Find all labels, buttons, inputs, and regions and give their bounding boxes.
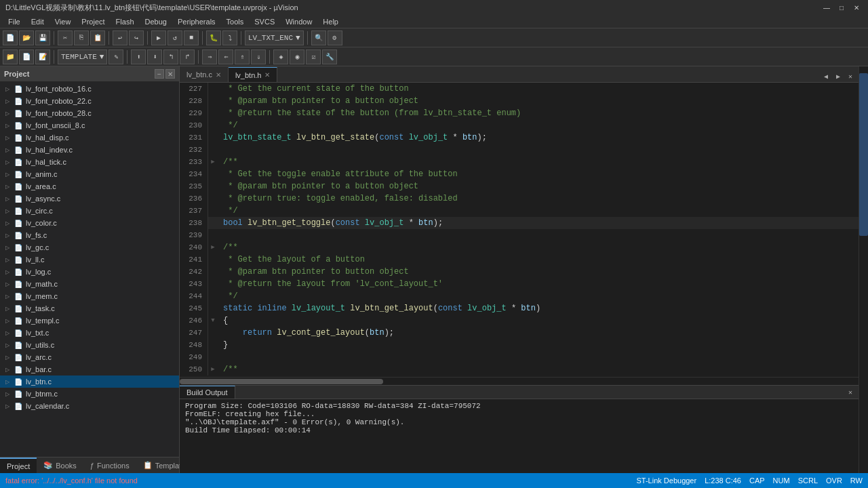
code-line-229[interactable]: 229 * @return the state of the button (f… [180,107,859,119]
sidebar-item-lv_math-c[interactable]: ▷ 📄 lv_math.c [0,278,179,290]
menu-edit[interactable]: Edit [26,15,50,28]
menu-debug[interactable]: Debug [140,15,172,28]
find-btn[interactable]: 🔍 [311,30,326,45]
code-line-248[interactable]: 248} [180,339,859,351]
code-line-241[interactable]: 241 * Get the layout of a button [180,253,859,266]
debug-btn[interactable]: 🐛 [206,30,221,45]
sidebar-item-lv_btnm-c[interactable]: ▷ 📄 lv_btnm.c [0,388,179,400]
sidebar-item-lv_bar-c[interactable]: ▷ 📄 lv_bar.c [0,363,179,375]
code-editor[interactable]: 227 * Get the current state of the butto… [180,83,859,377]
sidebar-item-lv_font_roboto_22-c[interactable]: ▷ 📄 lv_font_roboto_22.c [0,95,179,107]
tab-lv-btn-c-close[interactable]: ✕ [216,71,221,79]
step-btn[interactable]: ⤵ [222,30,237,45]
sidebar-item-lv_fs-c[interactable]: ▷ 📄 lv_fs.c [0,229,179,241]
tb2-btn13[interactable]: ◈ [273,49,288,64]
code-line-228[interactable]: 228 * @param btn pointer to a button obj… [180,95,859,107]
code-line-227[interactable]: 227 * Get the current state of the butto… [180,83,859,95]
sidebar-item-lv_utils-c[interactable]: ▷ 📄 lv_utils.c [0,339,179,351]
code-line-247[interactable]: 247 return lv_cont_get_layout(btn); [180,327,859,339]
code-line-233[interactable]: 233▶/** [180,156,859,168]
sidebar-item-lv_txt-c[interactable]: ▷ 📄 lv_txt.c [0,327,179,339]
tab-lv-btn-c[interactable]: lv_btn.c ✕ [180,67,229,82]
code-line-242[interactable]: 242 * @param btn pointer to button objec… [180,266,859,278]
tb2-btn11[interactable]: ⇑ [235,49,250,64]
code-line-232[interactable]: 232 [180,144,859,156]
tb2-btn3[interactable]: 📝 [35,49,50,64]
paste-btn[interactable]: 📋 [90,30,105,45]
code-line-231[interactable]: 231lv_btn_state_t lv_btn_get_state(const… [180,131,859,144]
copy-btn[interactable]: ⎘ [74,30,89,45]
code-line-238[interactable]: 238bool lv_btn_get_toggle(const lv_obj_t… [180,217,859,229]
tab-scroll-left[interactable]: ◀ [821,71,831,82]
tb2-btn1[interactable]: 📁 [3,49,18,64]
build-btn[interactable]: ▶ [151,30,166,45]
sidebar-item-lv_ll-c[interactable]: ▷ 📄 lv_ll.c [0,253,179,266]
code-line-234[interactable]: 234 * Get the toggle enable attribute of… [180,168,859,180]
sidebar-item-lv_font_roboto_28-c[interactable]: ▷ 📄 lv_font_roboto_28.c [0,107,179,119]
sidebar-item-lv_templ-c[interactable]: ▷ 📄 lv_templ.c [0,314,179,327]
close-button[interactable]: ✕ [850,2,863,13]
template-dropdown[interactable]: TEMPLATE ▼ [58,49,107,64]
menu-tools[interactable]: Tools [221,15,250,28]
sidebar-item-lv_font_unscii_8-c[interactable]: ▷ 📄 lv_font_unscii_8.c [0,119,179,131]
sidebar-item-lv_area-c[interactable]: ▷ 📄 lv_area.c [0,180,179,192]
sidebar-tab-project[interactable]: Project [0,458,37,473]
bottom-tab-build-output[interactable]: Build Output [180,386,235,399]
sidebar-item-lv_hal_disp-c[interactable]: ▷ 📄 lv_hal_disp.c [0,131,179,144]
sidebar-collapse-btn[interactable]: − [155,69,164,79]
code-line-237[interactable]: 237 */ [180,205,859,217]
code-line-240[interactable]: 240▶/** [180,241,859,253]
h-scroll-track[interactable] [180,379,859,384]
code-line-250[interactable]: 250▶/** [180,363,859,375]
sidebar-item-lv_hal_indev-c[interactable]: ▷ 📄 lv_hal_indev.c [0,144,179,156]
sidebar-item-lv_task-c[interactable]: ▷ 📄 lv_task.c [0,302,179,314]
sidebar-item-lv_arc-c[interactable]: ▷ 📄 lv_arc.c [0,351,179,363]
tb2-btn2[interactable]: 📄 [19,49,34,64]
tb2-btn12[interactable]: ⇓ [251,49,266,64]
h-scroll-thumb[interactable] [180,379,383,384]
stop-btn[interactable]: ■ [184,30,199,45]
fold-indicator-240[interactable]: ▶ [208,241,218,253]
tb2-btn9[interactable]: ⇒ [202,49,217,64]
code-line-246[interactable]: 246▼{ [180,314,859,327]
menu-view[interactable]: View [50,15,77,28]
sidebar-item-lv_gc-c[interactable]: ▷ 📄 lv_gc.c [0,241,179,253]
code-line-245[interactable]: 245static inline lv_layout_t lv_btn_get_… [180,302,859,314]
cut-btn[interactable]: ✂ [58,30,73,45]
maximize-button[interactable]: □ [835,2,848,13]
code-line-243[interactable]: 243 * @return the layout from 'lv_cont_l… [180,278,859,290]
tb2-btn8[interactable]: ↱ [180,49,195,64]
code-line-236[interactable]: 236 * @return true: toggle enabled, fals… [180,192,859,205]
save-btn[interactable]: 💾 [35,30,50,45]
redo-btn[interactable]: ↪ [129,30,144,45]
menu-project[interactable]: Project [76,15,110,28]
menu-window[interactable]: Window [280,15,317,28]
new-file-btn[interactable]: 📄 [3,30,18,45]
sidebar-item-lv_calendar-c[interactable]: ▷ 📄 lv_calendar.c [0,400,179,412]
code-line-235[interactable]: 235 * @param btn pointer to a button obj… [180,180,859,192]
rebuild-btn[interactable]: ↺ [167,30,182,45]
tb2-btn6[interactable]: ⬇ [147,49,162,64]
sidebar-item-lv_btn-c[interactable]: ▷ 📄 lv_btn.c [0,375,179,388]
sidebar-close-btn[interactable]: ✕ [165,69,175,79]
menu-help[interactable]: Help [317,15,344,28]
tb2-btn4[interactable]: ✎ [108,49,123,64]
menu-peripherals[interactable]: Peripherals [172,15,221,28]
tb2-btn5[interactable]: ⬆ [131,49,146,64]
undo-btn[interactable]: ↩ [113,30,127,45]
tab-close-all[interactable]: ✕ [845,71,856,82]
sidebar-tab-books[interactable]: 📚 Books [37,458,83,473]
menu-file[interactable]: File [3,15,26,28]
sidebar-item-lv_anim-c[interactable]: ▷ 📄 lv_anim.c [0,168,179,180]
code-line-244[interactable]: 244 */ [180,290,859,302]
tb2-btn16[interactable]: 🔧 [322,49,337,64]
sidebar-item-lv_circ-c[interactable]: ▷ 📄 lv_circ.c [0,205,179,217]
tab-scroll-right[interactable]: ▶ [833,71,844,82]
code-line-230[interactable]: 230 */ [180,119,859,131]
menu-flash[interactable]: Flash [111,15,140,28]
menu-svcs[interactable]: SVCS [249,15,280,28]
sidebar-item-lv_log-c[interactable]: ▷ 📄 lv_log.c [0,266,179,278]
settings-btn[interactable]: ⚙ [328,30,342,45]
sidebar-item-lv_hal_tick-c[interactable]: ▷ 📄 lv_hal_tick.c [0,156,179,168]
code-line-239[interactable]: 239 [180,229,859,241]
